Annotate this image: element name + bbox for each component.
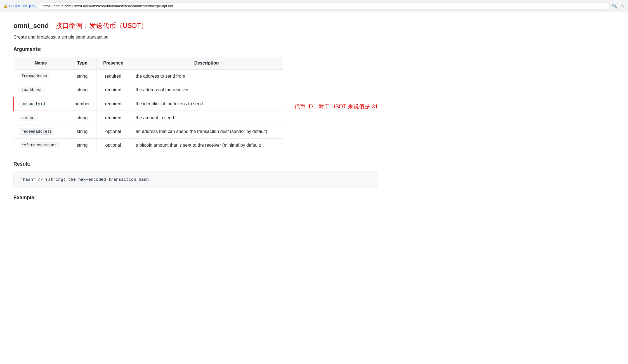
result-code-block: "hash" // (string) the hex-encoded trans…: [13, 172, 378, 188]
page-description: Create and broadcast a simple send trans…: [13, 35, 378, 40]
spacer-row1: [283, 71, 378, 85]
cell-type: string: [68, 139, 96, 152]
cell-name: redeemaddress: [14, 125, 68, 139]
cell-presence: optional: [96, 125, 130, 139]
cell-presence: required: [96, 111, 130, 125]
result-code: "hash" // (string) the hex-encoded trans…: [20, 177, 149, 182]
code-name: toaddress: [20, 87, 45, 93]
arguments-heading: Arguments:: [13, 46, 378, 52]
example-section: Example:: [13, 195, 378, 201]
url-text: https://github.com/OmniLayer/omnicore/bl…: [43, 4, 173, 8]
cell-description: the amount to send: [130, 111, 283, 125]
browser-icons: 🔍 ☆: [612, 3, 625, 9]
cell-presence: required: [96, 97, 130, 111]
col-header-name: Name: [14, 57, 68, 70]
cell-type: string: [68, 125, 96, 139]
table-row-highlighted: propertyid number required the identifie…: [14, 97, 283, 111]
cell-description: the address of the receiver: [130, 83, 283, 97]
annotation-container: 代币 ID，对于 USDT 来说值是 31: [283, 57, 378, 114]
table-row: referenceamount string optional a bitcoi…: [14, 139, 283, 152]
result-section: Result: "hash" // (string) the hex-encod…: [13, 161, 378, 188]
cell-type: number: [68, 97, 96, 111]
table-row: redeemaddress string optional an address…: [14, 125, 283, 139]
row-annotation: 代币 ID，对于 USDT 来说值是 31: [283, 99, 378, 114]
title-row: omni_send 接口举例：发送代币（USDT）: [13, 21, 378, 30]
code-name: fromaddress: [20, 73, 49, 79]
spacer-row2: [283, 85, 378, 99]
code-name: referenceamount: [20, 142, 59, 148]
url-bar[interactable]: https://github.com/OmniLayer/omnicore/bl…: [39, 3, 610, 9]
example-heading: Example:: [13, 195, 378, 201]
cell-presence: required: [96, 70, 130, 83]
table-wrapper: Name Type Presence Description fromaddre…: [13, 57, 378, 161]
cell-name: toaddress: [14, 83, 68, 97]
cell-description: the address to send from: [130, 70, 283, 83]
spacer-header: [283, 57, 378, 71]
table-header-row: Name Type Presence Description: [14, 57, 283, 70]
cell-type: string: [68, 70, 96, 83]
chinese-annotation: 代币 ID，对于 USDT 来说值是 31: [289, 103, 378, 110]
security-label: GitHub, Inc. [US]: [9, 4, 36, 8]
col-header-description: Description: [130, 57, 283, 70]
cell-name: referenceamount: [14, 139, 68, 152]
cell-name: amount: [14, 111, 68, 125]
result-heading: Result:: [13, 161, 378, 167]
table-row: amount string required the amount to sen…: [14, 111, 283, 125]
bookmark-icon[interactable]: ☆: [621, 3, 625, 9]
browser-bar: 🔒 GitHub, Inc. [US] https://github.com/O…: [0, 0, 628, 12]
cell-description: the identifier of the tokens to send: [130, 97, 283, 111]
col-header-presence: Presence: [96, 57, 130, 70]
table-row: fromaddress string required the address …: [14, 70, 283, 83]
code-name: propertyid: [20, 101, 47, 107]
code-name: amount: [20, 115, 37, 121]
cell-presence: required: [96, 83, 130, 97]
chinese-subtitle: 接口举例：发送代币（USDT）: [56, 21, 148, 30]
cell-description: an address that can spend the transactio…: [130, 125, 283, 139]
cell-presence: optional: [96, 139, 130, 152]
col-header-type: Type: [68, 57, 96, 70]
security-indicator: 🔒 GitHub, Inc. [US]: [3, 4, 36, 8]
search-icon[interactable]: 🔍: [612, 3, 617, 9]
cell-type: string: [68, 111, 96, 125]
code-name: redeemaddress: [20, 129, 54, 135]
table-row: toaddress string required the address of…: [14, 83, 283, 97]
cell-name: fromaddress: [14, 70, 68, 83]
page-content: omni_send 接口举例：发送代币（USDT） Create and bro…: [0, 12, 391, 214]
lock-icon: 🔒: [3, 4, 8, 8]
cell-name: propertyid: [14, 97, 68, 111]
cell-description: a bitcoin amount that is sent to the rec…: [130, 139, 283, 152]
page-title: omni_send: [13, 22, 49, 30]
cell-type: string: [68, 83, 96, 97]
arguments-table: Name Type Presence Description fromaddre…: [13, 57, 283, 152]
